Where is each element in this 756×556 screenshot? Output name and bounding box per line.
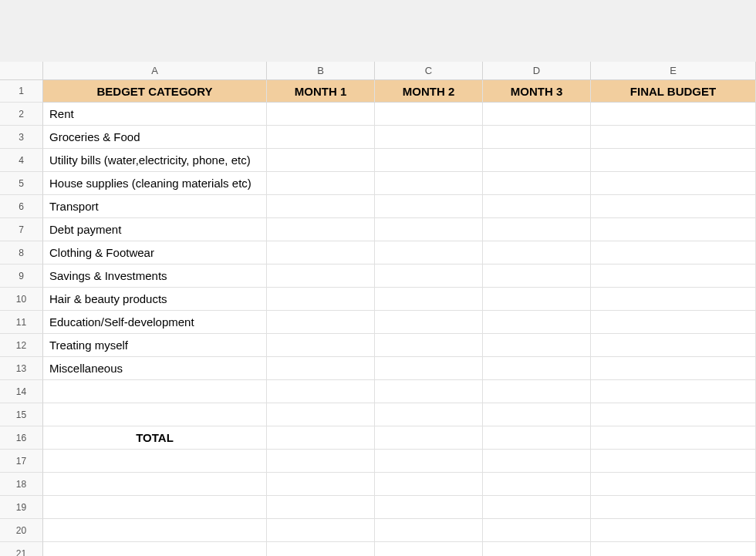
row-header-3[interactable]: 3 bbox=[0, 126, 43, 149]
cell-A2[interactable]: Rent bbox=[43, 103, 267, 126]
row-header-5[interactable]: 5 bbox=[0, 172, 43, 195]
cell-A9[interactable]: Savings & Investments bbox=[43, 265, 267, 288]
cell-D17[interactable] bbox=[483, 450, 591, 473]
cell-D8[interactable] bbox=[483, 241, 591, 265]
cell-E1[interactable]: FINAL BUDGET bbox=[591, 80, 756, 103]
cell-B7[interactable] bbox=[267, 218, 375, 241]
cell-E15[interactable] bbox=[591, 403, 756, 426]
row-header-17[interactable]: 17 bbox=[0, 450, 43, 473]
cell-C13[interactable] bbox=[375, 357, 483, 380]
row-header-12[interactable]: 12 bbox=[0, 334, 43, 357]
cell-B11[interactable] bbox=[267, 311, 375, 334]
cell-A4[interactable]: Utility bills (water,electricity, phone,… bbox=[43, 149, 267, 172]
cell-C7[interactable] bbox=[375, 218, 483, 241]
cell-C10[interactable] bbox=[375, 288, 483, 311]
cell-B14[interactable] bbox=[267, 380, 375, 403]
cell-A1[interactable]: BEDGET CATEGORY bbox=[43, 80, 267, 103]
cell-D9[interactable] bbox=[483, 265, 591, 288]
cell-D15[interactable] bbox=[483, 403, 591, 426]
cell-C6[interactable] bbox=[375, 195, 483, 218]
cell-E19[interactable] bbox=[591, 496, 756, 519]
cell-D13[interactable] bbox=[483, 357, 591, 380]
cell-E18[interactable] bbox=[591, 473, 756, 496]
cell-A18[interactable] bbox=[43, 473, 267, 496]
cell-E17[interactable] bbox=[591, 450, 756, 473]
col-header-A[interactable]: A bbox=[43, 62, 267, 80]
cell-E2[interactable] bbox=[591, 103, 756, 126]
cell-B17[interactable] bbox=[267, 450, 375, 473]
cell-C21[interactable] bbox=[375, 542, 483, 556]
cell-B19[interactable] bbox=[267, 496, 375, 519]
cell-A14[interactable] bbox=[43, 380, 267, 403]
cell-B10[interactable] bbox=[267, 288, 375, 311]
row-header-10[interactable]: 10 bbox=[0, 288, 43, 311]
cell-D21[interactable] bbox=[483, 542, 591, 556]
cell-D4[interactable] bbox=[483, 149, 591, 172]
cell-D14[interactable] bbox=[483, 380, 591, 403]
cell-C19[interactable] bbox=[375, 496, 483, 519]
cell-A5[interactable]: House supplies (cleaning materials etc) bbox=[43, 172, 267, 195]
row-header-7[interactable]: 7 bbox=[0, 218, 43, 241]
row-header-11[interactable]: 11 bbox=[0, 311, 43, 334]
cell-B5[interactable] bbox=[267, 172, 375, 195]
row-header-6[interactable]: 6 bbox=[0, 195, 43, 218]
cell-B15[interactable] bbox=[267, 403, 375, 426]
cell-C1[interactable]: MONTH 2 bbox=[375, 80, 483, 103]
cell-B8[interactable] bbox=[267, 241, 375, 265]
cell-C17[interactable] bbox=[375, 450, 483, 473]
cell-E13[interactable] bbox=[591, 357, 756, 380]
cell-A11[interactable]: Education/Self-development bbox=[43, 311, 267, 334]
cell-A19[interactable] bbox=[43, 496, 267, 519]
cell-E21[interactable] bbox=[591, 542, 756, 556]
cell-D18[interactable] bbox=[483, 473, 591, 496]
cell-E16[interactable] bbox=[591, 426, 756, 450]
cell-A16[interactable]: TOTAL bbox=[43, 426, 267, 450]
row-header-2[interactable]: 2 bbox=[0, 103, 43, 126]
cell-D3[interactable] bbox=[483, 126, 591, 149]
cell-E10[interactable] bbox=[591, 288, 756, 311]
row-header-13[interactable]: 13 bbox=[0, 357, 43, 380]
cell-D16[interactable] bbox=[483, 426, 591, 450]
row-header-8[interactable]: 8 bbox=[0, 241, 43, 265]
row-header-4[interactable]: 4 bbox=[0, 149, 43, 172]
cell-D19[interactable] bbox=[483, 496, 591, 519]
cell-A15[interactable] bbox=[43, 403, 267, 426]
corner-cell[interactable] bbox=[0, 62, 43, 80]
cell-A12[interactable]: Treating myself bbox=[43, 334, 267, 357]
col-header-E[interactable]: E bbox=[591, 62, 756, 80]
cell-B20[interactable] bbox=[267, 519, 375, 542]
cell-C4[interactable] bbox=[375, 149, 483, 172]
cell-C14[interactable] bbox=[375, 380, 483, 403]
cell-A8[interactable]: Clothing & Footwear bbox=[43, 241, 267, 265]
col-header-B[interactable]: B bbox=[267, 62, 375, 80]
cell-C3[interactable] bbox=[375, 126, 483, 149]
cell-C5[interactable] bbox=[375, 172, 483, 195]
cell-A10[interactable]: Hair & beauty products bbox=[43, 288, 267, 311]
cell-C9[interactable] bbox=[375, 265, 483, 288]
cell-C15[interactable] bbox=[375, 403, 483, 426]
cell-E6[interactable] bbox=[591, 195, 756, 218]
cell-A7[interactable]: Debt payment bbox=[43, 218, 267, 241]
col-header-D[interactable]: D bbox=[483, 62, 591, 80]
cell-B18[interactable] bbox=[267, 473, 375, 496]
row-header-19[interactable]: 19 bbox=[0, 496, 43, 519]
cell-B3[interactable] bbox=[267, 126, 375, 149]
row-header-15[interactable]: 15 bbox=[0, 403, 43, 426]
cell-A3[interactable]: Groceries & Food bbox=[43, 126, 267, 149]
cell-D2[interactable] bbox=[483, 103, 591, 126]
cell-A21[interactable] bbox=[43, 542, 267, 556]
cell-B2[interactable] bbox=[267, 103, 375, 126]
cell-D5[interactable] bbox=[483, 172, 591, 195]
cell-C12[interactable] bbox=[375, 334, 483, 357]
cell-B9[interactable] bbox=[267, 265, 375, 288]
cell-B21[interactable] bbox=[267, 542, 375, 556]
col-header-C[interactable]: C bbox=[375, 62, 483, 80]
row-header-9[interactable]: 9 bbox=[0, 265, 43, 288]
cell-B4[interactable] bbox=[267, 149, 375, 172]
cell-A6[interactable]: Transport bbox=[43, 195, 267, 218]
cell-E20[interactable] bbox=[591, 519, 756, 542]
cell-B6[interactable] bbox=[267, 195, 375, 218]
row-header-16[interactable]: 16 bbox=[0, 426, 43, 450]
cell-D10[interactable] bbox=[483, 288, 591, 311]
cell-C20[interactable] bbox=[375, 519, 483, 542]
